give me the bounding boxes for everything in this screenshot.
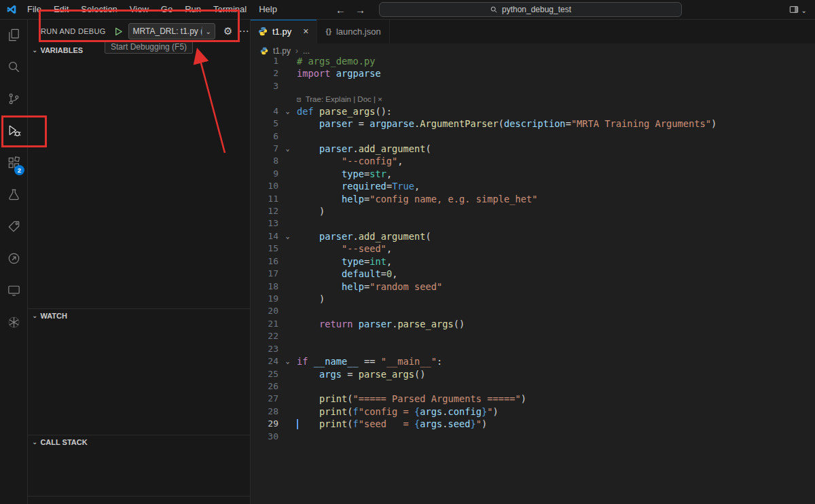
line-number[interactable]: 15	[250, 242, 278, 255]
menu-edit[interactable]: Edit	[48, 0, 75, 19]
code-line[interactable]: 15 "--seed",	[250, 242, 815, 255]
line-number[interactable]: 12	[250, 205, 278, 217]
debug-config-dropdown[interactable]: MRTA_DRL: t1.py ( ⌄	[128, 23, 215, 39]
activity-source-control[interactable]	[0, 83, 27, 115]
tab-launch-json[interactable]: {} launch.json	[317, 19, 389, 43]
line-number[interactable]: 3	[250, 80, 278, 92]
code-line[interactable]: 11 help="config name, e.g. simple_het"	[250, 193, 815, 205]
line-number[interactable]: 2	[250, 67, 278, 79]
customize-layout-icon[interactable]	[789, 4, 799, 15]
activity-share[interactable]	[0, 242, 27, 274]
line-number[interactable]: 17	[250, 268, 278, 280]
line-number[interactable]: 28	[250, 406, 278, 418]
forward-arrow-icon[interactable]: →	[355, 4, 365, 16]
code-line[interactable]: 14⌄ parser.add_argument(	[250, 230, 815, 242]
code-line[interactable]: 24⌄if __name__ == "__main__":	[250, 355, 815, 367]
code-line[interactable]: 5 parser = argparse.ArgumentParser(descr…	[250, 118, 815, 130]
code-line[interactable]: 20	[250, 305, 815, 317]
line-number[interactable]: 13	[250, 217, 278, 230]
code-line[interactable]: 6	[250, 130, 815, 143]
activity-screen[interactable]	[0, 274, 27, 306]
menu-run[interactable]: Run	[179, 0, 207, 19]
code-line[interactable]: 19 )	[250, 293, 815, 305]
section-call-stack[interactable]: ⌄ CALL STACK	[27, 435, 250, 448]
line-number[interactable]: 1	[250, 55, 278, 67]
code-line[interactable]: 17 default=0,	[250, 268, 815, 280]
gear-icon[interactable]: ⚙	[223, 25, 232, 37]
activity-testing[interactable]	[0, 179, 27, 211]
menu-go[interactable]: Go	[155, 0, 179, 19]
line-number[interactable]: 5	[250, 118, 278, 130]
line-number[interactable]: 4	[250, 105, 278, 118]
menu-help[interactable]: Help	[253, 0, 283, 19]
code-line[interactable]: 13	[250, 217, 815, 230]
start-debugging-button[interactable]	[113, 26, 124, 37]
line-number[interactable]: 27	[250, 393, 278, 405]
line-number[interactable]: 9	[250, 168, 278, 180]
more-actions-icon[interactable]: ⋯	[238, 25, 249, 37]
code-line[interactable]: 23	[250, 343, 815, 355]
code-line[interactable]: 26	[250, 380, 815, 393]
code-line[interactable]: 18 help="random seed"	[250, 281, 815, 293]
activity-extensions[interactable]: 2	[0, 147, 27, 179]
line-number[interactable]: 16	[250, 255, 278, 268]
code-lens-row[interactable]: ⊡ Trae: Explain | Doc | ×	[250, 92, 815, 105]
line-number[interactable]: 30	[250, 431, 278, 443]
line-number[interactable]: 6	[250, 130, 278, 143]
menu-view[interactable]: View	[124, 0, 155, 19]
activity-search[interactable]	[0, 51, 27, 83]
line-number[interactable]: 29	[250, 418, 278, 430]
line-number[interactable]: 8	[250, 155, 278, 167]
fold-chevron-icon[interactable]: ⌄	[278, 105, 297, 118]
chevron-down-icon[interactable]: ⌄	[202, 28, 215, 35]
menu-selection[interactable]: Selection	[75, 0, 123, 19]
code-line[interactable]: 30	[250, 431, 815, 443]
code-line[interactable]: 22	[250, 330, 815, 342]
line-number[interactable]: 14	[250, 230, 278, 242]
line-number[interactable]: 11	[250, 193, 278, 205]
code-line[interactable]: 27 print("===== Parsed Arguments =====")	[250, 393, 815, 405]
activity-tags[interactable]	[0, 211, 27, 242]
back-arrow-icon[interactable]: ←	[336, 4, 346, 16]
command-center-search[interactable]: python_debug_test	[379, 2, 682, 17]
tab-t1-py[interactable]: t1.py ×	[250, 19, 317, 43]
menu-terminal[interactable]: Terminal	[207, 0, 253, 19]
code-line[interactable]: 7⌄ parser.add_argument(	[250, 143, 815, 155]
chevron-down-icon[interactable]: ⌄	[801, 7, 807, 14]
code-line[interactable]: 28 print(f"config = {args.config}")	[250, 406, 815, 418]
line-number[interactable]: 23	[250, 343, 278, 355]
line-number[interactable]: 25	[250, 368, 278, 380]
line-number[interactable]: 22	[250, 330, 278, 342]
code-line[interactable]: 1# args_demo.py	[250, 55, 815, 67]
close-tab-icon[interactable]: ×	[303, 26, 308, 36]
line-number[interactable]: 26	[250, 380, 278, 393]
line-number[interactable]: 19	[250, 293, 278, 305]
code-editor[interactable]: 1# args_demo.py2import argparse3⊡ Trae: …	[250, 55, 815, 504]
line-number[interactable]	[250, 92, 278, 105]
activity-run-and-debug[interactable]	[0, 115, 27, 147]
code-line[interactable]: 10 required=True,	[250, 180, 815, 192]
fold-chevron-icon[interactable]: ⌄	[278, 143, 297, 155]
section-watch[interactable]: ⌄ WATCH	[27, 308, 250, 322]
code-line[interactable]: 2import argparse	[250, 67, 815, 79]
line-number[interactable]: 24	[250, 355, 278, 367]
code-line[interactable]: 29 print(f"seed = {args.seed}")	[250, 418, 815, 430]
breadcrumb-file[interactable]: t1.py	[273, 46, 291, 56]
code-line[interactable]: 8 "--config",	[250, 155, 815, 167]
code-line[interactable]: 3	[250, 80, 815, 92]
menu-file[interactable]: File	[21, 0, 48, 19]
activity-explorer[interactable]	[0, 19, 27, 51]
code-line[interactable]: 4⌄def parse_args():	[250, 105, 815, 118]
line-number[interactable]: 10	[250, 180, 278, 192]
code-line[interactable]: 9 type=str,	[250, 168, 815, 180]
line-number[interactable]: 21	[250, 318, 278, 330]
line-number[interactable]: 20	[250, 305, 278, 317]
fold-chevron-icon[interactable]: ⌄	[278, 230, 297, 242]
line-number[interactable]: 7	[250, 143, 278, 155]
code-line[interactable]: 21 return parser.parse_args()	[250, 318, 815, 330]
fold-chevron-icon[interactable]: ⌄	[278, 355, 297, 367]
line-number[interactable]: 18	[250, 281, 278, 293]
activity-assistant[interactable]	[0, 306, 27, 338]
breadcrumb-more[interactable]: ...	[303, 46, 310, 56]
code-line[interactable]: 25 args = parse_args()	[250, 368, 815, 380]
